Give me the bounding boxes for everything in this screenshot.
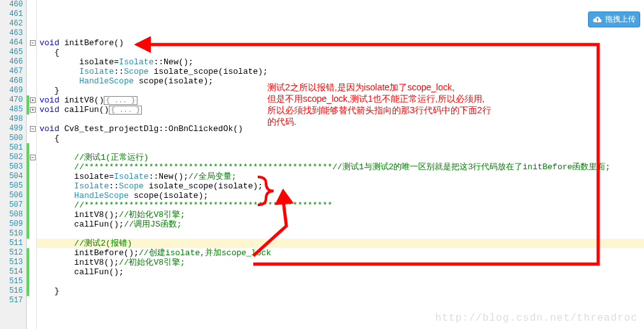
- code-line: isolate=Isolate::New();: [37, 57, 644, 67]
- line-number: 514: [0, 267, 23, 277]
- fold-toggle[interactable]: −: [30, 40, 36, 46]
- code-line: {: [37, 134, 644, 143]
- code-line: {: [37, 48, 644, 57]
- line-number: 469: [0, 86, 23, 95]
- code-line: initV8();//初始化V8引擎;: [37, 210, 644, 220]
- line-number: 498: [0, 115, 23, 124]
- line-number: 515: [0, 277, 23, 286]
- line-number: 503: [0, 162, 23, 172]
- fold-toggle[interactable]: −: [30, 126, 36, 132]
- line-number: 462: [0, 19, 23, 29]
- line-number: 506: [0, 191, 23, 200]
- line-number: 461: [0, 10, 23, 19]
- code-line: [37, 0, 644, 10]
- fold-toggle[interactable]: −: [30, 155, 36, 160]
- line-number: 463: [0, 29, 23, 38]
- line-number: 470: [0, 95, 23, 105]
- line-number-gutter: 460 461 462 463 464 465 466 467 468 469 …: [0, 0, 27, 329]
- code-line: [37, 296, 644, 305]
- code-line: //测试1(正常运行): [37, 153, 644, 162]
- line-number: 465: [0, 48, 23, 57]
- code-line: [37, 19, 644, 29]
- code-line: callFun();: [37, 267, 644, 277]
- line-number: 466: [0, 57, 23, 67]
- drag-upload-button[interactable]: 拖拽上传: [588, 11, 640, 27]
- folded-region[interactable]: { ... }: [109, 106, 142, 115]
- keyword: void: [39, 38, 59, 48]
- line-number: 467: [0, 67, 23, 76]
- code-line: HandleScope scope(isolate);: [37, 76, 644, 86]
- line-number: 499: [0, 124, 23, 134]
- code-line: [37, 143, 644, 153]
- function-name: initBefore(): [59, 38, 123, 48]
- code-line: void initBefore(): [37, 38, 644, 48]
- line-number: 505: [0, 181, 23, 191]
- code-line: }: [37, 286, 644, 296]
- line-number: 513: [0, 258, 23, 267]
- code-line: initBefore();//创建isolate,并加scope_lock: [37, 248, 644, 258]
- line-number: 517: [0, 296, 23, 305]
- code-line: //**************************************…: [37, 162, 644, 172]
- code-editor: 460 461 462 463 464 465 466 467 468 469 …: [0, 0, 644, 329]
- line-number: 508: [0, 210, 23, 220]
- code-line: HandleScope scope(isolate);: [37, 191, 644, 200]
- code-line: [37, 115, 644, 124]
- code-line: Isolate::Scope isolate_scope(isolate);: [37, 67, 644, 76]
- line-number: 509: [0, 220, 23, 229]
- code-area[interactable]: void initBefore() { isolate=Isolate::New…: [37, 0, 644, 329]
- code-line: callFun();//调用JS函数;: [37, 220, 644, 229]
- line-number: 464: [0, 38, 23, 48]
- code-line: void callFun(){ ... }: [37, 105, 644, 115]
- code-line: isolate=Isolate::New();//全局变量;: [37, 172, 644, 181]
- folded-region[interactable]: { ... }: [104, 96, 137, 105]
- line-number: 507: [0, 200, 23, 210]
- line-number: 460: [0, 0, 23, 10]
- code-line: [37, 229, 644, 239]
- line-number: 468: [0, 76, 23, 86]
- code-line: void Cv8_test_projectDlg::OnBnClickedOk(…: [37, 124, 644, 134]
- line-number: 502: [0, 153, 23, 162]
- code-line: }: [37, 86, 644, 95]
- cloud-upload-icon: [592, 15, 603, 25]
- line-number: 510: [0, 229, 23, 239]
- code-line: initV8();//初始化V8引擎;: [37, 258, 644, 267]
- fold-column: − + + − −: [29, 0, 37, 329]
- line-number: 500: [0, 134, 23, 143]
- code-line: [37, 277, 644, 286]
- line-number: 485: [0, 105, 23, 115]
- code-line: Isolate::Scope isolate_scope(isolate);: [37, 181, 644, 191]
- line-number: 504: [0, 172, 23, 181]
- upload-label: 拖拽上传: [605, 14, 636, 25]
- line-number: 512: [0, 248, 23, 258]
- code-line: [37, 29, 644, 38]
- line-number: 501: [0, 143, 23, 153]
- fold-toggle[interactable]: +: [30, 97, 36, 103]
- fold-toggle[interactable]: +: [30, 107, 36, 113]
- line-number: 511: [0, 239, 23, 248]
- code-line-highlighted: //测试2(报错): [37, 239, 644, 248]
- code-line: [37, 10, 644, 19]
- line-number: 516: [0, 286, 23, 296]
- code-line: //**************************************…: [37, 200, 644, 210]
- code-line: void initV8(){ ... }: [37, 95, 644, 105]
